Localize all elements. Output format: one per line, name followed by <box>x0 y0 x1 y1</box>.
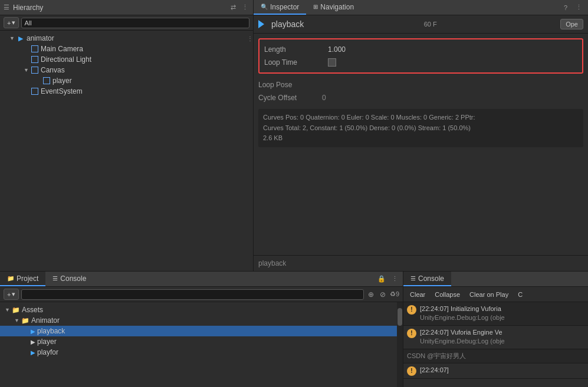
cube-icon <box>31 87 39 95</box>
partial-button[interactable]: C <box>514 289 527 300</box>
tree-item-label: player <box>52 77 72 85</box>
inspector-panel: 🔍 Inspector ⊞ Navigation ? ⋮ playback 60 <box>254 0 588 271</box>
player-item-label: player <box>37 338 57 346</box>
tree-item-eventsystem[interactable]: EventSystem <box>0 86 253 97</box>
search-icon[interactable]: ⊕ <box>366 290 376 299</box>
length-value: 1.000 <box>328 45 346 54</box>
nav-tab-label: Navigation <box>320 3 354 11</box>
console-tab-icon: ☰ <box>410 275 416 282</box>
project-tree: ▼ 📁 Assets ▼ 📁 Animator ▶ playback <box>0 302 397 387</box>
warning-icon: ! <box>407 305 416 315</box>
project-scrollbar[interactable] <box>397 302 403 387</box>
bottom-section: 📁 Project ☰ Console 🔒 ⋮ + ▾ ⊕ <box>0 271 588 387</box>
hierarchy-title: Hierarchy <box>13 4 43 12</box>
cube-icon <box>42 77 51 85</box>
console-entry-main: [22:24:07] Initializing Vuforia <box>420 305 584 313</box>
open-button[interactable]: Ope <box>560 19 583 29</box>
clear-button[interactable]: Clear <box>406 289 429 300</box>
hierarchy-more-icon[interactable]: ⋮ <box>240 3 249 12</box>
inspector-top-bar: playback 60 F Ope <box>254 15 588 34</box>
console-entry: ! [22:24:07] Vuforia Engine Ve UnityEngi… <box>403 326 588 349</box>
tree-item-canvas[interactable]: ▼ Canvas <box>0 65 253 75</box>
inspector-footer: playback <box>254 255 588 271</box>
playback-play-icon <box>258 20 264 28</box>
curves-info-line2: Curves Total: 2, Constant: 1 (50.0%) Den… <box>263 123 579 134</box>
console-entry-text: CSDN @宇宙好男人 <box>407 352 584 360</box>
tree-item-label: EventSystem <box>41 87 83 95</box>
loop-time-checkbox[interactable] <box>328 58 336 67</box>
cube-icon <box>31 55 39 64</box>
console-entry-sub: UnityEngine.Debug:Log (obje <box>420 337 584 346</box>
project-add-button[interactable]: + ▾ <box>4 289 19 300</box>
console-entry-text: [22:24:07] Vuforia Engine Ve UnityEngine… <box>420 328 584 346</box>
curves-info-box: Curves Pos: 0 Quaternion: 0 Euler: 0 Sca… <box>258 109 583 147</box>
console-entry: CSDN @宇宙好男人 <box>403 349 588 363</box>
add-btn-arrow: ▾ <box>12 19 15 27</box>
assets-label: Assets <box>22 306 43 314</box>
animator-folder-icon: 📁 <box>21 317 29 325</box>
console-entry-main: CSDN @宇宙好男人 <box>407 352 584 360</box>
console-panel: ☰ Console Clear Collapse Clear on Play C… <box>403 272 588 387</box>
tree-item-label: Directional Light <box>41 55 91 64</box>
plus-icon: + <box>7 19 11 27</box>
console-entry-main: [22:24:07] <box>420 366 584 375</box>
expand-triangle: ▼ <box>14 317 21 323</box>
hierarchy-header: ☰ Hierarchy ⇄ ⋮ <box>0 0 253 15</box>
player-item[interactable]: ▶ player <box>0 336 397 347</box>
project-lock-icon[interactable]: 🔒 <box>377 274 386 284</box>
cube-icon <box>31 66 39 74</box>
inspector-help-icon[interactable]: ? <box>561 3 570 12</box>
tab-console-left[interactable]: ☰ Console <box>45 272 93 286</box>
animator-folder-label: Animator <box>31 316 60 325</box>
playfor-item[interactable]: ▶ playfor <box>0 347 397 358</box>
tree-item-label: Canvas <box>41 66 65 74</box>
console-tab-label: Console <box>418 274 444 283</box>
assets-item[interactable]: ▼ 📁 Assets <box>0 305 397 315</box>
tab-project[interactable]: 📁 Project <box>0 272 45 286</box>
warning-icon: ! <box>407 329 416 338</box>
tree-item-directional-light[interactable]: Directional Light <box>0 54 253 65</box>
expand-triangle: ▼ <box>24 67 31 73</box>
hierarchy-add-button[interactable]: + ▾ <box>4 17 19 28</box>
inspector-tab-icon: 🔍 <box>261 4 268 10</box>
add-arrow: ▾ <box>12 290 15 298</box>
console-header: ☰ Console <box>403 272 588 287</box>
clear-on-play-button[interactable]: Clear on Play <box>465 289 513 300</box>
tree-item-player[interactable]: player <box>0 75 253 86</box>
tab-console[interactable]: ☰ Console <box>403 272 451 286</box>
console-entry: ! [22:24:07] <box>403 363 588 379</box>
tree-item-label: Main Camera <box>41 45 83 53</box>
playback-item-label: playback <box>37 327 65 335</box>
length-label: Length <box>264 45 323 54</box>
hierarchy-menu-icon: ☰ <box>4 4 9 11</box>
project-search-input[interactable] <box>21 289 363 300</box>
hierarchy-lock-icon[interactable]: ⇄ <box>228 3 238 12</box>
footer-label: playback <box>258 259 286 267</box>
scroll-thumb[interactable] <box>398 308 402 326</box>
inspector-more-icon[interactable]: ⋮ <box>574 3 583 12</box>
project-more-icon[interactable]: ⋮ <box>390 274 399 284</box>
tree-item-animator[interactable]: ▼ ▶ animator ⋮ <box>0 33 253 44</box>
console-entry-sub: UnityEngine.Debug:Log (obje <box>420 313 584 322</box>
animator-folder-item[interactable]: ▼ 📁 Animator <box>0 315 397 326</box>
tab-navigation[interactable]: ⊞ Navigation <box>306 0 361 15</box>
tab-inspector[interactable]: 🔍 Inspector <box>254 0 306 15</box>
more-options-icon[interactable]: ⋮ <box>247 35 253 42</box>
playback-item[interactable]: ▶ playback <box>0 326 397 336</box>
playfor-item-label: playfor <box>37 348 58 356</box>
animation-field-group: Length 1.000 Loop Time <box>258 38 583 74</box>
cycle-offset-label: Cycle Offset <box>258 94 317 102</box>
console-entry-text: [22:24:07] <box>420 366 584 375</box>
collapse-button[interactable]: Collapse <box>431 289 464 300</box>
hierarchy-search-input[interactable] <box>21 18 249 28</box>
project-toolbar: + ▾ ⊕ ⊘ ♻9 <box>0 287 403 302</box>
console-content: ! [22:24:07] Initializing Vuforia UnityE… <box>403 302 588 387</box>
curves-info-size: 2.6 KB <box>263 133 579 144</box>
curves-info-line1: Curves Pos: 0 Quaternion: 0 Euler: 0 Sca… <box>263 113 579 123</box>
main-layout: ☰ Hierarchy ⇄ ⋮ + ▾ ▼ ▶ anima <box>0 0 588 387</box>
tree-item-main-camera[interactable]: Main Camera <box>0 44 253 54</box>
cycle-offset-row: Cycle Offset 0 <box>254 91 588 104</box>
project-tab-label: Project <box>17 274 38 283</box>
filter-icon[interactable]: ⊘ <box>378 290 387 299</box>
project-tab-icon: 📁 <box>7 275 14 282</box>
